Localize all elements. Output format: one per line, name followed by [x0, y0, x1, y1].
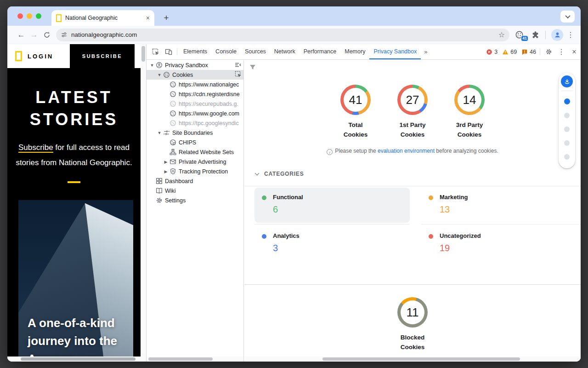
scrollbar-thumb[interactable] — [322, 357, 520, 361]
tab-performance[interactable]: Performance — [300, 44, 341, 59]
subscribe-link[interactable]: Subscribe — [18, 143, 53, 153]
download-report-button[interactable] — [561, 75, 573, 87]
extensions-button[interactable] — [529, 29, 542, 41]
setup-notice: iPlease setup the evaluation environment… — [244, 148, 581, 155]
tree-item-wiki[interactable]: Wiki — [147, 186, 243, 196]
tab-elements[interactable]: Elements — [179, 44, 211, 59]
tab-privacy-sandbox[interactable]: Privacy Sandbox — [369, 44, 421, 59]
close-tab-icon[interactable]: × — [146, 14, 150, 22]
login-button[interactable]: LOGIN — [28, 53, 53, 60]
section-dot-active[interactable] — [564, 98, 570, 104]
category-value: 19 — [440, 243, 581, 253]
category-analytics[interactable]: Analytics 3 — [254, 225, 410, 263]
tree-horizontal-scrollbar[interactable] — [147, 356, 243, 362]
tree-item-privacy-sandbox[interactable]: ▼ Privacy Sandbox — [147, 60, 243, 70]
cookie-icon — [170, 91, 176, 98]
cookie-extension-button[interactable]: 41 — [515, 29, 527, 40]
tree-item-settings[interactable]: Settings — [147, 196, 243, 205]
back-button[interactable]: ← — [15, 29, 28, 41]
address-bar[interactable]: nationalgeographic.com ☆ — [56, 29, 509, 41]
tree-item-url-securepubads[interactable]: https://securepubads.g. — [147, 99, 243, 109]
tree-item-cookies[interactable]: ▼ Cookies — [147, 70, 243, 80]
page-horizontal-scrollbar[interactable] — [7, 356, 146, 362]
warnings-badge[interactable]: 69 — [502, 49, 517, 55]
chevron-down-icon[interactable]: ▼ — [156, 73, 163, 77]
issue-icon — [521, 49, 528, 55]
chevron-right-icon[interactable]: ▶ — [162, 160, 170, 164]
tree-item-site-boundaries[interactable]: ▼ Site Boundaries — [147, 128, 243, 138]
chevron-down-icon[interactable]: ▼ — [148, 63, 156, 68]
info-icon: i — [327, 149, 333, 155]
tree-item-url-nationalgeographic[interactable]: https://www.nationalgec — [147, 80, 243, 89]
tab-memory[interactable]: Memory — [340, 44, 369, 59]
reload-button[interactable] — [40, 29, 53, 41]
section-dot[interactable] — [564, 154, 570, 160]
filter-funnel-icon[interactable] — [249, 63, 256, 71]
first-party-cookies-donut: 27 — [397, 85, 428, 115]
forward-button[interactable]: → — [28, 29, 40, 41]
subscribe-button[interactable]: SUBSCRIBE — [70, 44, 135, 68]
profile-avatar[interactable] — [551, 29, 563, 41]
scrollbar-thumb[interactable] — [148, 357, 213, 361]
device-toolbar-button[interactable] — [162, 44, 175, 59]
evaluation-environment-link[interactable]: evaluation environment — [378, 148, 435, 154]
site-settings-icon[interactable] — [61, 31, 68, 38]
issues-badge[interactable]: 46 — [521, 49, 536, 55]
page-vertical-scrollbar[interactable] — [141, 44, 146, 356]
devtools-close-button[interactable]: × — [568, 44, 581, 59]
tab-network[interactable]: Network — [270, 44, 300, 59]
category-value: 13 — [440, 204, 581, 215]
category-uncategorized[interactable]: Uncategorized 19 — [421, 225, 581, 263]
chevron-down-icon[interactable]: ▼ — [156, 131, 163, 135]
browser-menu-button[interactable]: ⋮ — [565, 30, 576, 39]
devtools-menu-button[interactable]: ⋮ — [555, 44, 568, 59]
hero-title-line2: STORIES — [7, 109, 141, 131]
category-marketing[interactable]: Marketing 13 — [421, 186, 581, 224]
minimize-window-button[interactable] — [27, 13, 32, 19]
devtools-settings-button[interactable] — [542, 44, 555, 59]
category-functional[interactable]: Functional 6 — [254, 186, 410, 224]
tab-search-button[interactable] — [560, 11, 575, 23]
url-text[interactable]: nationalgeographic.com — [71, 31, 495, 38]
tree-item-private-advertising[interactable]: ▶ Private Advertising — [147, 157, 243, 167]
site-boundaries-icon — [163, 129, 170, 136]
tree-item-url-cdn-registerdisney[interactable]: https://cdn.registerdisne — [147, 89, 243, 99]
section-dot[interactable] — [564, 140, 570, 146]
cookie-count-badge: 41 — [521, 35, 528, 41]
cookie-icon — [163, 71, 170, 78]
natgeo-logo[interactable] — [15, 51, 22, 61]
tab-sources[interactable]: Sources — [241, 44, 270, 59]
notice-prefix: Please setup the — [335, 148, 378, 154]
tree-item-label: https://www.nationalgec — [179, 81, 239, 88]
tree-item-tracking-protection[interactable]: ▶ Tracking Protection — [147, 167, 243, 176]
inspect-element-button[interactable] — [149, 44, 162, 59]
collapse-sidebar-icon[interactable] — [234, 61, 242, 70]
new-tab-button[interactable]: + — [160, 12, 173, 24]
tree-item-chips[interactable]: CHIPS — [147, 138, 243, 147]
scrollbar-thumb[interactable] — [141, 46, 145, 62]
devtools-panel: Elements Console Sources Network Perform… — [146, 44, 581, 362]
chevron-right-icon[interactable]: ▶ — [162, 169, 170, 174]
categories-header[interactable]: CATEGORIES — [244, 162, 581, 186]
categories-title: CATEGORIES — [264, 171, 304, 177]
tab-console[interactable]: Console — [211, 44, 241, 59]
scrollbar-thumb[interactable] — [21, 357, 136, 361]
bookmark-star-icon[interactable]: ☆ — [498, 30, 505, 39]
section-dot[interactable] — [564, 113, 570, 118]
fullscreen-window-button[interactable] — [36, 13, 41, 19]
tree-item-label: Settings — [165, 197, 186, 204]
more-tabs-button[interactable]: » — [421, 44, 430, 59]
story-card-title: A one-of-a-kind journey into the Amazon — [28, 314, 117, 356]
tree-item-dashboard[interactable]: Dashboard — [147, 176, 243, 186]
tree-item-url-google[interactable]: https://www.google.com — [147, 109, 243, 118]
errors-badge[interactable]: 3 — [486, 49, 498, 55]
main-horizontal-scrollbar[interactable] — [244, 356, 581, 362]
browser-tab[interactable]: National Geographic × — [51, 10, 154, 26]
tree-item-related-website-sets[interactable]: Related Website Sets — [147, 147, 243, 157]
tree-item-url-googlesyndication[interactable]: https://tpc.googlesyndic — [147, 118, 243, 128]
inspect-icon[interactable] — [235, 71, 242, 79]
section-dot[interactable] — [564, 126, 570, 132]
category-label: Marketing — [440, 194, 581, 201]
story-card[interactable]: A one-of-a-kind journey into the Amazon — [18, 200, 133, 356]
close-window-button[interactable] — [17, 13, 23, 19]
